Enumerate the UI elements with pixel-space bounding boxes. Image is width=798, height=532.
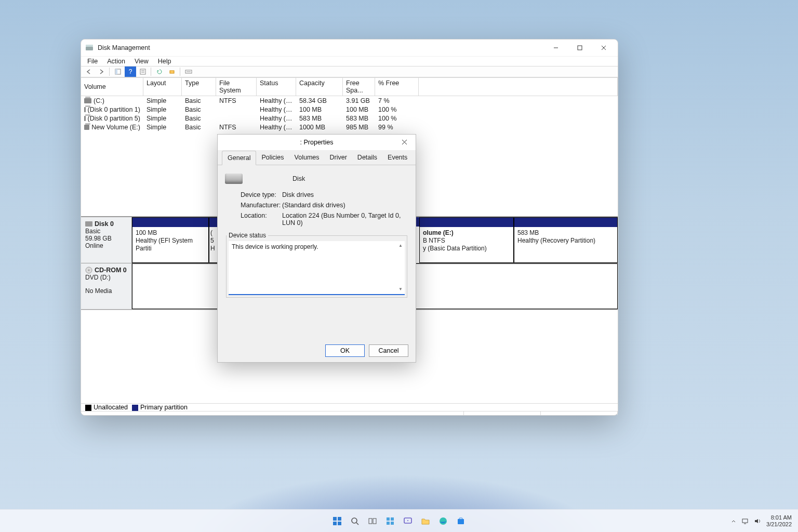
statusbar: [81, 411, 618, 415]
store-icon[interactable]: [454, 514, 468, 528]
scroll-up-icon[interactable]: ▲: [396, 241, 405, 249]
ok-button[interactable]: OK: [325, 344, 365, 357]
titlebar[interactable]: Disk Management: [81, 39, 618, 56]
col-layout[interactable]: Layout: [143, 78, 182, 96]
device-status-textbox[interactable]: This device is working properly. ▲ ▼: [229, 241, 405, 295]
menu-action[interactable]: Action: [103, 57, 129, 66]
svg-rect-21: [333, 522, 337, 525]
label-manufacturer: Manufacturer:: [225, 202, 282, 209]
table-row[interactable]: (Disk 0 partition 5)SimpleBasicHealthy (…: [81, 114, 618, 123]
tray-chevron-icon[interactable]: [731, 518, 736, 524]
dialog-titlebar[interactable]: : Properties: [218, 135, 416, 150]
cancel-button[interactable]: Cancel: [369, 344, 408, 357]
menu-file[interactable]: File: [83, 57, 102, 66]
tray-network-icon[interactable]: [741, 518, 749, 524]
tab-events[interactable]: Events: [382, 151, 413, 165]
dialog-close-button[interactable]: [395, 136, 414, 148]
disk0-title: Disk 0: [95, 220, 114, 228]
volume-icon: [84, 107, 86, 112]
table-row[interactable]: (C:)SimpleBasicNTFSHealthy (B...58.34 GB…: [81, 96, 618, 105]
explorer-icon[interactable]: [418, 514, 433, 528]
svg-rect-20: [338, 517, 341, 521]
value-location: Location 224 (Bus Number 0, Target Id 0,…: [282, 212, 408, 227]
taskbar[interactable]: 8:01 AM 3/21/2022: [0, 509, 798, 532]
svg-point-33: [440, 517, 447, 525]
tab-volumes[interactable]: Volumes: [289, 151, 325, 165]
show-hide-tree-button[interactable]: [112, 66, 124, 77]
partition[interactable]: 583 MBHealthy (Recovery Partition): [514, 217, 618, 263]
partition[interactable]: olume (E:)B NTFSy (Basic Data Partition): [419, 217, 514, 263]
table-row[interactable]: New Volume (E:)SimpleBasicNTFSHealthy (B…: [81, 123, 618, 131]
svg-rect-27: [387, 517, 390, 521]
col-type[interactable]: Type: [182, 78, 216, 96]
forward-button[interactable]: [96, 66, 107, 77]
maximize-button[interactable]: [568, 39, 592, 56]
tray-clock[interactable]: 8:01 AM 3/21/2022: [766, 514, 792, 527]
tab-details[interactable]: Details: [352, 151, 382, 165]
svg-rect-3: [578, 46, 582, 50]
toolbar: ?: [81, 66, 618, 77]
svg-rect-29: [387, 522, 390, 525]
tab-general[interactable]: General: [222, 151, 256, 165]
col-filesystem[interactable]: File System: [216, 78, 257, 96]
menu-view[interactable]: View: [130, 57, 153, 66]
menu-help[interactable]: Help: [154, 57, 176, 66]
cdrom-title: CD-ROM 0: [95, 267, 127, 274]
properties-button[interactable]: [137, 66, 149, 77]
col-volume[interactable]: Volume: [81, 78, 143, 96]
close-button[interactable]: [592, 39, 616, 56]
cdrom-label[interactable]: CD-ROM 0 DVD (D:) No Media: [81, 263, 132, 309]
legend-primary: Primary partition: [140, 404, 188, 411]
device-status-fieldset: Device status This device is working pro…: [226, 232, 407, 298]
col-capacity[interactable]: Capacity: [296, 78, 343, 96]
volume-icon: [84, 125, 89, 130]
device-status-text: This device is working properly.: [232, 243, 318, 250]
cdrom-icon: [85, 267, 92, 274]
minimize-button[interactable]: [544, 39, 568, 56]
volume-icon: [84, 116, 86, 121]
legend-bar: Unallocated Primary partition: [81, 403, 618, 411]
svg-rect-0: [86, 47, 93, 50]
dialog-body: Disk Device type: Disk drives Manufactur…: [218, 165, 416, 339]
back-button[interactable]: [83, 66, 95, 77]
disk-mgmt-icon: [85, 44, 94, 52]
more-actions-button[interactable]: [183, 66, 194, 77]
svg-rect-7: [115, 69, 117, 74]
search-icon[interactable]: [348, 514, 362, 528]
chat-icon[interactable]: [401, 514, 415, 528]
disk-icon: [85, 221, 92, 227]
col-status[interactable]: Status: [257, 78, 296, 96]
svg-rect-28: [391, 517, 394, 521]
menubar: File Action View Help: [81, 56, 618, 66]
help-button[interactable]: ?: [125, 66, 136, 77]
disk0-state: Online: [85, 242, 127, 249]
col-free[interactable]: Free Spa...: [343, 78, 375, 96]
svg-rect-25: [369, 518, 372, 524]
volume-table-header[interactable]: Volume Layout Type File System Status Ca…: [81, 78, 618, 96]
svg-point-32: [407, 520, 408, 521]
task-view-icon[interactable]: [365, 514, 380, 528]
tab-policies[interactable]: Policies: [256, 151, 289, 165]
start-button[interactable]: [330, 514, 344, 528]
disk0-size: 59.98 GB: [85, 235, 127, 242]
tray-date: 3/21/2022: [766, 521, 792, 527]
tray-volume-icon[interactable]: [754, 518, 761, 524]
legend-primary-swatch: [132, 405, 138, 411]
device-status-scrollbar[interactable]: ▲ ▼: [396, 241, 405, 293]
widgets-icon[interactable]: [383, 514, 397, 528]
partition[interactable]: 100 MBHealthy (EFI System Partiti: [132, 217, 209, 263]
edge-icon[interactable]: [436, 514, 450, 528]
value-device-type: Disk drives: [282, 191, 408, 198]
refresh-button[interactable]: [154, 66, 165, 77]
disk-glyph-icon: [225, 174, 243, 184]
svg-point-16: [88, 270, 90, 271]
table-row[interactable]: (Disk 0 partition 1)SimpleBasicHealthy (…: [81, 105, 618, 114]
col-percent-free[interactable]: % Free: [375, 78, 419, 96]
scroll-down-icon[interactable]: ▼: [396, 285, 405, 293]
volume-icon: [84, 98, 91, 103]
cdrom-state: No Media: [85, 287, 127, 295]
tab-driver[interactable]: Driver: [325, 151, 352, 165]
disk0-label[interactable]: Disk 0 Basic 59.98 GB Online: [81, 217, 132, 263]
svg-rect-14: [85, 221, 92, 227]
rescan-button[interactable]: [166, 66, 178, 77]
